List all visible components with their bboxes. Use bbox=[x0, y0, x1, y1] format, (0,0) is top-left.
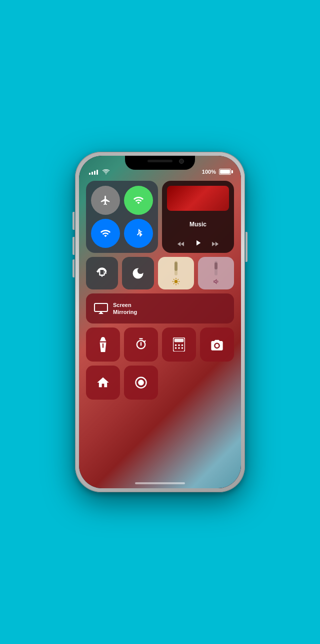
signal-bars bbox=[89, 169, 98, 175]
svg-point-9 bbox=[182, 347, 184, 349]
play-button[interactable] bbox=[194, 238, 202, 248]
cc-row-1: Music bbox=[86, 181, 234, 253]
music-title: Music bbox=[167, 221, 229, 228]
home-indicator bbox=[135, 482, 185, 484]
screen-record-button[interactable] bbox=[124, 366, 158, 400]
brightness-button[interactable] bbox=[158, 257, 194, 289]
signal-bar-2 bbox=[92, 172, 93, 175]
battery-fill bbox=[220, 170, 230, 174]
volume-button[interactable] bbox=[198, 257, 234, 289]
cc-row-5 bbox=[86, 366, 234, 400]
phone-inner: 100% bbox=[79, 156, 241, 488]
home-button[interactable] bbox=[86, 366, 120, 400]
airplane-mode-button[interactable] bbox=[91, 186, 120, 215]
wifi-status-icon bbox=[102, 169, 110, 175]
do-not-disturb-button[interactable] bbox=[122, 257, 154, 289]
timer-icon bbox=[134, 338, 148, 352]
flashlight-button[interactable] bbox=[86, 328, 120, 362]
empty-slot-2 bbox=[200, 366, 234, 400]
fastforward-button[interactable] bbox=[210, 239, 220, 246]
svg-point-6 bbox=[182, 344, 184, 346]
phone-frame: 100% bbox=[75, 152, 245, 492]
flashlight-icon bbox=[98, 337, 108, 352]
volume-icon bbox=[211, 277, 221, 285]
svg-point-7 bbox=[175, 347, 177, 349]
bluetooth-button[interactable] bbox=[124, 219, 153, 248]
svg-point-11 bbox=[138, 380, 144, 386]
rewind-button[interactable] bbox=[176, 239, 186, 246]
wifi-button[interactable] bbox=[91, 219, 120, 248]
camera-button[interactable] bbox=[200, 328, 234, 362]
svg-point-8 bbox=[178, 347, 180, 349]
cc-row-4 bbox=[86, 328, 234, 362]
status-bar: 100% bbox=[79, 156, 241, 178]
svg-rect-1 bbox=[94, 303, 108, 311]
empty-slot-1 bbox=[162, 366, 196, 400]
music-controls bbox=[167, 238, 229, 248]
svg-point-0 bbox=[106, 173, 106, 174]
home-icon bbox=[96, 376, 110, 390]
signal-area bbox=[89, 169, 110, 175]
battery-area: 100% bbox=[202, 169, 231, 175]
music-widget[interactable]: Music bbox=[162, 181, 234, 253]
camera-icon bbox=[210, 339, 224, 351]
signal-bar-1 bbox=[89, 173, 90, 175]
svg-point-4 bbox=[175, 344, 177, 346]
cellular-icon bbox=[133, 195, 144, 206]
lock-rotation-button[interactable] bbox=[86, 257, 118, 289]
screen-mirroring-button[interactable]: ScreenMirroring bbox=[86, 293, 234, 324]
screen-mirroring-icon bbox=[94, 303, 108, 314]
brightness-icon bbox=[171, 277, 181, 285]
calculator-icon bbox=[173, 338, 185, 352]
album-art bbox=[167, 186, 229, 211]
calculator-button[interactable] bbox=[162, 328, 196, 362]
airplane-icon bbox=[100, 195, 111, 206]
cellular-button[interactable] bbox=[124, 186, 153, 215]
screen-mirroring-label: ScreenMirroring bbox=[113, 301, 137, 316]
wifi-icon bbox=[100, 228, 111, 239]
moon-icon bbox=[131, 266, 145, 280]
battery-icon bbox=[219, 169, 231, 175]
control-center: Music bbox=[86, 181, 234, 478]
battery-percentage: 100% bbox=[202, 169, 216, 175]
cc-main-grid: Music bbox=[86, 181, 234, 400]
bluetooth-icon bbox=[134, 228, 143, 239]
lock-rotation-icon bbox=[95, 266, 109, 280]
screen: 100% bbox=[79, 156, 241, 488]
timer-button[interactable] bbox=[124, 328, 158, 362]
connectivity-block bbox=[86, 181, 158, 253]
cc-row-2 bbox=[86, 257, 234, 289]
signal-bar-3 bbox=[94, 171, 96, 175]
cc-row-3: ScreenMirroring bbox=[86, 293, 234, 324]
signal-bar-4 bbox=[96, 170, 98, 175]
screen-record-icon bbox=[134, 376, 148, 390]
svg-point-5 bbox=[178, 344, 180, 346]
svg-rect-3 bbox=[174, 339, 184, 342]
